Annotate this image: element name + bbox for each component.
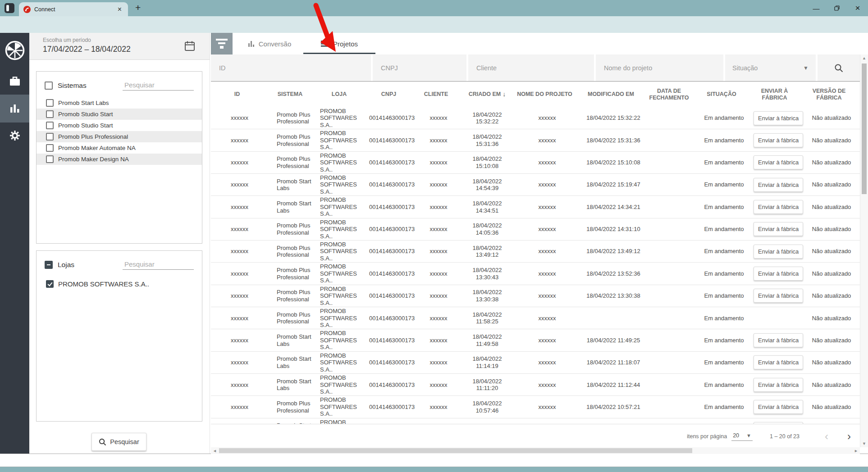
- enviar-fabrica-button[interactable]: Enviar à fábrica: [754, 155, 803, 169]
- item-checkbox[interactable]: [46, 110, 54, 118]
- table-row[interactable]: xxxxxx Promob Start Labs PROMOB SOFTWARE…: [211, 174, 860, 196]
- column-header[interactable]: NOME DO PROJETO ↓: [513, 91, 581, 98]
- table-row[interactable]: xxxxxx Promob Plus Professional PROMOB S…: [211, 396, 860, 418]
- new-tab-button[interactable]: +: [135, 2, 141, 13]
- column-header[interactable]: CLIENTE ↓: [416, 91, 461, 98]
- table-row[interactable]: xxxxxx Promob Plus Professional PROMOB S…: [211, 152, 860, 174]
- column-header[interactable]: VERSÃO DE FÁBRICA ↓: [803, 88, 860, 101]
- filter-id-field[interactable]: [211, 54, 371, 81]
- enviar-fabrica-button[interactable]: Enviar à fábrica: [754, 178, 803, 192]
- sistemas-search-input[interactable]: [123, 80, 194, 91]
- table-row[interactable]: xxxxxx Promob Plus Professional PROMOB S…: [211, 107, 860, 129]
- filter-search-button[interactable]: [818, 54, 860, 81]
- filter-nome-projeto-field[interactable]: [596, 54, 723, 81]
- item-checkbox[interactable]: [46, 99, 54, 107]
- column-header[interactable]: SITUAÇÃO ↓: [697, 91, 751, 98]
- enviar-fabrica-button[interactable]: Enviar à fábrica: [754, 200, 803, 214]
- enviar-fabrica-button[interactable]: Enviar à fábrica: [754, 333, 803, 347]
- bar-chart-icon[interactable]: [0, 95, 29, 123]
- table-row[interactable]: xxxxxx Promob Start Labs PROMOB SOFTWARE…: [211, 374, 860, 396]
- minimize-icon[interactable]: —: [806, 0, 827, 16]
- enviar-fabrica-button[interactable]: Enviar à fábrica: [754, 222, 803, 236]
- scroll-right-arrow[interactable]: ►: [854, 449, 858, 453]
- gear-icon[interactable]: [0, 123, 29, 148]
- chevron-down-icon[interactable]: ▼: [803, 65, 809, 71]
- vertical-scrollbar[interactable]: ▲ ▼: [860, 54, 868, 447]
- scroll-left-arrow[interactable]: ◄: [213, 449, 217, 453]
- enviar-fabrica-button[interactable]: Enviar à fábrica: [754, 355, 803, 369]
- items-per-page-select[interactable]: 20 ▼: [731, 432, 753, 441]
- table-row[interactable]: xxxxxx Promob Start Labs PROMOB SOFTWARE…: [211, 352, 860, 374]
- horizontal-scrollbar[interactable]: ◄ ►: [211, 447, 860, 454]
- lojas-list-item[interactable]: PROMOB SOFTWARES S.A..: [37, 277, 202, 291]
- table-row[interactable]: xxxxxx Promob Plus Professional PROMOB S…: [211, 285, 860, 307]
- cell-sistema: Promob Plus Professional: [268, 400, 317, 414]
- chevron-left-icon[interactable]: ‹: [823, 431, 830, 442]
- table-row[interactable]: xxxxxx Promob Plus Professional PROMOB S…: [211, 263, 860, 285]
- table-row[interactable]: xxxxxx Promob Start Labs PROMOB SOFTWARE…: [211, 196, 860, 218]
- item-checkbox[interactable]: [46, 133, 54, 141]
- table-row[interactable]: xxxxxx Promob Start Labs PROMOB SOFTWARE…: [211, 329, 860, 351]
- enviar-fabrica-button[interactable]: Enviar à fábrica: [754, 378, 803, 392]
- column-header[interactable]: ID ↓: [211, 91, 268, 98]
- column-header[interactable]: SISTEMA ↓: [268, 91, 317, 98]
- scroll-up-arrow[interactable]: ▲: [860, 56, 868, 60]
- table-row[interactable]: xxxxxx Promob Plus Professional PROMOB S…: [211, 218, 860, 241]
- sort-descending-icon[interactable]: ↓: [503, 91, 506, 98]
- item-checkbox[interactable]: [46, 155, 54, 163]
- tab-projetos[interactable]: Projetos: [303, 33, 375, 54]
- enviar-fabrica-button[interactable]: Enviar à fábrica: [754, 111, 803, 125]
- column-header[interactable]: CNPJ ↓: [366, 91, 416, 98]
- enviar-fabrica-button[interactable]: Enviar à fábrica: [754, 133, 803, 147]
- vertical-scrollbar-thumb[interactable]: [862, 64, 867, 194]
- promob-logo[interactable]: [0, 37, 29, 64]
- item-checkbox[interactable]: [46, 280, 54, 288]
- filter-nome-projeto-input[interactable]: [603, 64, 716, 72]
- funnel-icon[interactable]: [211, 33, 233, 54]
- item-checkbox[interactable]: [46, 144, 54, 152]
- sistemas-list-item[interactable]: Promob Maker Design NA: [37, 154, 202, 165]
- close-icon[interactable]: ×: [847, 0, 868, 16]
- filter-cnpj-input[interactable]: [380, 64, 459, 72]
- horizontal-scrollbar-thumb[interactable]: [219, 448, 692, 453]
- table-row[interactable]: xxxxxx Promob Plus Professional PROMOB S…: [211, 241, 860, 263]
- workspaces-icon[interactable]: [5, 3, 14, 13]
- filter-situacao-select[interactable]: Situação ▼: [725, 54, 816, 81]
- tab-close-icon[interactable]: ×: [116, 6, 123, 13]
- column-header[interactable]: DATA DE FECHAMENTO ↓: [646, 88, 697, 101]
- briefcase-icon[interactable]: [0, 70, 29, 92]
- scroll-down-arrow[interactable]: ▼: [860, 441, 868, 446]
- table-row[interactable]: xxxxxx Promob Plus Professional PROMOB S…: [211, 129, 860, 151]
- column-header[interactable]: CRIADO EM ↓: [461, 91, 513, 98]
- enviar-fabrica-button[interactable]: Enviar à fábrica: [754, 245, 803, 259]
- browser-tab-connect[interactable]: Connect ×: [19, 2, 128, 16]
- enviar-fabrica-button[interactable]: Enviar à fábrica: [754, 400, 803, 414]
- column-header[interactable]: LOJA ↓: [317, 91, 366, 98]
- cell-id: xxxxxx: [211, 159, 268, 166]
- filter-cnpj-field[interactable]: [373, 54, 466, 81]
- pesquisar-button[interactable]: Pesquisar: [91, 433, 146, 451]
- filter-cliente-field[interactable]: [468, 54, 594, 81]
- filter-cliente-input[interactable]: [475, 64, 587, 72]
- column-header[interactable]: MODIFICADO EM ↓: [581, 91, 646, 98]
- chevron-right-icon[interactable]: ›: [845, 431, 853, 442]
- sistemas-list-item[interactable]: Promob Studio Start: [37, 120, 202, 131]
- sistemas-list-item[interactable]: Promob Maker Automate NA: [37, 142, 202, 154]
- table-row[interactable]: xxxxxx Promob Plus Professional PROMOB S…: [211, 307, 860, 329]
- enviar-fabrica-button[interactable]: Enviar à fábrica: [754, 289, 803, 303]
- lojas-search-input[interactable]: [123, 259, 194, 270]
- restore-icon[interactable]: [827, 0, 847, 16]
- table-row[interactable]: xxxxxx Promob Start Labs PROMOB SOFTWARE…: [211, 418, 860, 424]
- sistemas-list-item[interactable]: Promob Studio Start: [37, 109, 202, 120]
- calendar-icon[interactable]: [184, 41, 195, 51]
- sistemas-list-item[interactable]: Promob Start Labs: [37, 97, 202, 109]
- tab-conversao[interactable]: Conversão: [238, 33, 301, 54]
- sistemas-list-item[interactable]: Promob Plus Professional: [37, 131, 202, 142]
- filter-id-input[interactable]: [218, 64, 364, 72]
- item-checkbox[interactable]: [46, 122, 54, 129]
- period-picker[interactable]: Escolha um período 17/04/2022 – 18/04/20…: [29, 33, 210, 60]
- sistemas-select-all-checkbox[interactable]: [45, 82, 53, 90]
- column-header[interactable]: ENVIAR À FÁBRICA ↓: [751, 88, 803, 101]
- lojas-select-all-checkbox[interactable]: [45, 261, 53, 269]
- enviar-fabrica-button[interactable]: Enviar à fábrica: [754, 267, 803, 281]
